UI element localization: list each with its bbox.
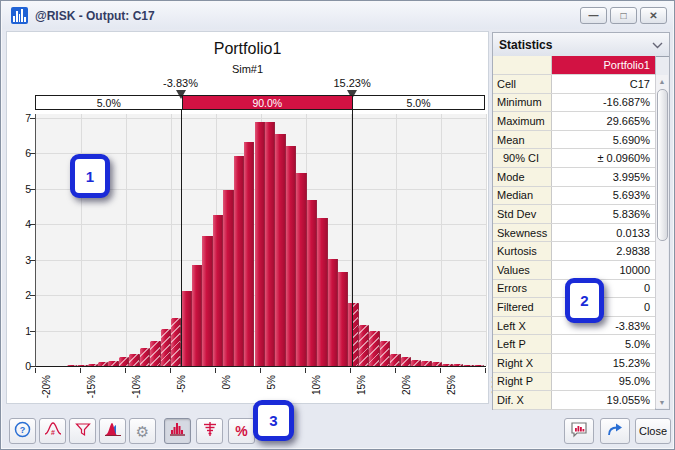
x-tick-mark: [80, 368, 81, 373]
band-middle-percent: 90.0%: [182, 96, 354, 109]
filter-button[interactable]: [69, 418, 96, 444]
band-right-percent: 5.0%: [353, 96, 484, 109]
histogram-bar: [202, 236, 212, 366]
settings-button[interactable]: ⚙: [129, 418, 156, 444]
statistics-row: Maximum29.665%: [493, 112, 655, 131]
export-button[interactable]: [600, 418, 630, 444]
output-column-header: Portfolio1: [552, 56, 655, 74]
statistics-row: Std Dev5.836%: [493, 205, 655, 224]
stat-label: Mean: [493, 131, 552, 149]
statistics-row: Minimum-16.687%: [493, 94, 655, 113]
chart-subtitle: Sim#1: [7, 63, 488, 75]
chart-panel: Portfolio1 Sim#1 -3.83% 15.23% 5.0% 90.0…: [6, 31, 489, 404]
maximize-button[interactable]: □: [610, 7, 637, 24]
close-window-button[interactable]: ✕: [640, 7, 667, 24]
x-tick-mark: [395, 368, 396, 373]
statistics-scrollbar[interactable]: ▲ ▼: [655, 75, 668, 408]
overlay-button[interactable]: [99, 418, 126, 444]
callout-1: 1: [70, 154, 110, 198]
help-icon: ?: [14, 421, 31, 442]
stat-label: Std Dev: [493, 205, 552, 223]
histogram-bar: [369, 331, 379, 366]
x-tick-mark: [125, 368, 126, 373]
stat-value: 10000: [552, 261, 655, 279]
right-delimiter-line[interactable]: [352, 110, 353, 366]
stat-label: Left X: [493, 317, 552, 335]
histogram-view-icon: [169, 421, 186, 441]
statistics-header-label: Statistics: [499, 38, 552, 52]
define-distribution-button[interactable]: #: [39, 418, 66, 444]
histogram-bar: [296, 173, 306, 366]
stat-label: Cell: [493, 75, 552, 93]
y-tick-label: 5: [13, 183, 31, 195]
histogram-bar: [338, 272, 348, 366]
histogram-view-button[interactable]: [164, 418, 191, 444]
histogram-bar: [286, 146, 296, 366]
probability-band: 5.0% 90.0% 5.0%: [35, 95, 485, 110]
chevron-down-icon[interactable]: [652, 39, 663, 51]
statistics-table: Portfolio1 CellC17Minimum-16.687%Maximum…: [493, 56, 656, 409]
help-button[interactable]: ?: [9, 418, 36, 444]
stat-value: -16.687%: [552, 94, 655, 112]
stat-value: 5.693%: [552, 187, 655, 205]
statistics-row: Values10000: [493, 261, 655, 280]
histogram-bar: [442, 364, 452, 366]
histogram-bar: [275, 134, 285, 366]
x-tick-label: 0%: [221, 375, 233, 409]
x-tick-mark: [440, 368, 441, 373]
x-tick-mark: [170, 368, 171, 373]
histogram-bar: [223, 190, 233, 366]
histogram-bar: [77, 365, 87, 366]
y-tick-label: 2: [13, 289, 31, 301]
histogram-bar: [98, 362, 108, 366]
statistics-column-header-row: Portfolio1: [493, 56, 655, 75]
histogram-bar: [390, 354, 400, 366]
scroll-up-icon[interactable]: ▲: [656, 75, 668, 87]
stat-label: Maximum: [493, 112, 552, 130]
settings-gear-icon: ⚙: [136, 424, 149, 439]
y-tick-label: 1: [13, 325, 31, 337]
stat-label: Median: [493, 187, 552, 205]
scrollbar-thumb[interactable]: [657, 89, 668, 241]
y-tick-mark: [30, 118, 35, 119]
left-tail-overlay: [36, 114, 182, 366]
delimiters-button[interactable]: [196, 418, 223, 444]
statistics-row: Median5.693%: [493, 187, 655, 206]
stat-label: Minimum: [493, 94, 552, 112]
svg-text:?: ?: [20, 425, 26, 435]
distribution-icon: #: [44, 421, 62, 441]
statistics-row: Skewness0.0133: [493, 224, 655, 243]
histogram-bar: [265, 122, 275, 366]
titlebar: @RISK - Output: C17 — □ ✕: [2, 2, 673, 29]
statistics-panel-header[interactable]: Statistics: [493, 33, 669, 57]
stat-label: Skewness: [493, 224, 552, 242]
x-tick-label: 15%: [356, 375, 368, 409]
histogram-bar: [161, 329, 171, 366]
x-tick-label: 25%: [446, 375, 458, 409]
callout-2: 2: [565, 278, 604, 323]
histogram-bar: [328, 259, 338, 366]
graph-window-button[interactable]: [564, 418, 594, 444]
left-delimiter-line[interactable]: [181, 110, 182, 366]
histogram-bar: [150, 341, 160, 366]
risk-output-window: @RISK - Output: C17 — □ ✕ Portfolio1 Sim…: [0, 0, 675, 450]
stat-value: 29.665%: [552, 112, 655, 130]
window-title: @RISK - Output: C17: [35, 9, 155, 23]
stat-label: Mode: [493, 168, 552, 186]
statistics-panel: Statistics Portfolio1 CellC17Minimum-16.…: [492, 32, 670, 410]
y-tick-label: 6: [13, 147, 31, 159]
histogram-bar: [307, 200, 317, 366]
minimize-button[interactable]: —: [580, 7, 607, 24]
histogram-bar: [67, 365, 77, 366]
statistics-row: Right P95.0%: [493, 373, 655, 392]
x-tick-label: 10%: [311, 375, 323, 409]
app-histogram-icon: [11, 7, 28, 24]
histogram-bar: [401, 357, 411, 366]
svg-text:#: #: [51, 429, 55, 436]
stat-value: C17: [552, 75, 655, 93]
x-tick-mark: [215, 368, 216, 373]
overlay-curves-icon: [104, 422, 122, 441]
histogram-bar: [411, 360, 421, 366]
close-button[interactable]: Close: [635, 418, 671, 444]
percent-button[interactable]: %: [228, 418, 255, 444]
